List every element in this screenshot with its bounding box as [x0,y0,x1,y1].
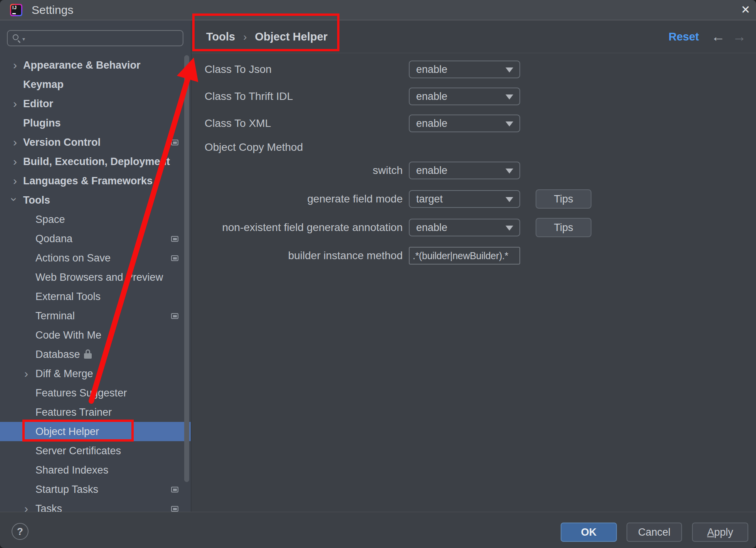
non-existent-field-annotation-tips-button[interactable]: Tips [536,218,591,237]
sidebar-item-features-trainer[interactable]: Features Trainer [0,403,192,422]
panel-icon [171,506,178,512]
ok-button[interactable]: OK [561,523,617,542]
class-to-json-dropdown[interactable]: enable [409,61,520,78]
window-title: Settings [32,0,73,20]
non-existent-field-annotation-dropdown[interactable]: enable [409,219,520,236]
sidebar-item-features-suggester[interactable]: Features Suggester [0,383,192,403]
switch-dropdown[interactable]: enable [409,162,520,179]
breadcrumb: Tools › Object Helper [206,20,328,53]
sidebar-item-build-execution-deployment[interactable]: ›Build, Execution, Deployment [0,152,192,171]
label-class-to-thrift-idl: Class To Thrift IDL [205,88,293,105]
label-switch: switch [181,162,403,179]
chevron-right-icon[interactable]: › [11,56,19,75]
generate-field-mode-dropdown[interactable]: target [409,190,520,208]
search-caret-icon: ▾ [22,36,25,42]
label-object-copy-method: Object Copy Method [205,138,303,156]
sidebar-item-shared-indexes[interactable]: Shared Indexes [0,460,192,480]
sidebar-item-plugins[interactable]: Plugins [0,113,192,133]
breadcrumb-separator-icon: › [243,31,247,43]
sidebar-divider [191,20,192,512]
sidebar-item-qodana[interactable]: Qodana [0,229,192,248]
sidebar-item-web-browsers-and-preview[interactable]: Web Browsers and Preview [0,268,192,287]
class-to-thrift-idl-dropdown[interactable]: enable [409,88,520,105]
sidebar-item-actions-on-save[interactable]: Actions on Save [0,248,192,268]
sidebar-item-diff-merge[interactable]: ›Diff & Merge [0,364,192,383]
chevron-down-icon [506,121,513,126]
chevron-right-icon[interactable]: › [22,499,30,512]
settings-sidebar: ▾ ›Appearance & Behavior Keymap ›Editor … [0,20,192,512]
sidebar-item-space[interactable]: Space [0,210,192,229]
help-button[interactable]: ? [12,523,29,540]
close-icon[interactable]: ✕ [735,0,756,20]
class-to-xml-dropdown[interactable]: enable [409,115,520,132]
chevron-down-icon [506,197,513,202]
label-generate-field-mode: generate field mode [181,190,403,208]
generate-field-mode-tips-button[interactable]: Tips [536,189,591,209]
sidebar-scrollbar[interactable] [184,55,189,482]
intellij-logo-icon: IJ [10,4,22,16]
search-box[interactable]: ▾ [7,30,183,46]
header-divider [192,53,756,53]
chevron-down-icon [506,169,513,174]
sidebar-item-tools[interactable]: ›Tools [0,191,192,210]
sidebar-item-editor[interactable]: ›Editor [0,94,192,113]
chevron-right-icon[interactable]: › [22,364,30,383]
search-input[interactable] [31,32,177,45]
sidebar-item-keymap[interactable]: Keymap [0,75,192,94]
sidebar-item-server-certificates[interactable]: Server Certificates [0,441,192,460]
sidebar-item-database[interactable]: Database [0,345,192,364]
sidebar-item-external-tools[interactable]: External Tools [0,287,192,306]
sidebar-item-languages-frameworks[interactable]: ›Languages & Frameworks [0,171,192,191]
chevron-right-icon[interactable]: › [11,133,19,152]
sidebar-item-object-helper[interactable]: Object Helper [0,422,192,441]
sidebar-item-version-control[interactable]: ›Version Control [0,133,192,152]
panel-icon [171,313,178,319]
label-builder-instance-method: builder instance method [181,247,403,265]
chevron-right-icon[interactable]: › [11,171,19,191]
chevron-right-icon[interactable]: › [11,94,19,113]
forward-arrow-icon: → [729,20,749,53]
label-non-existent-field-generate-annotation: non-existent field generate annotation [181,219,403,236]
sidebar-item-appearance-behavior[interactable]: ›Appearance & Behavior [0,56,192,75]
sidebar-item-tasks[interactable]: ›Tasks [0,499,192,512]
cancel-button[interactable]: Cancel [627,523,682,542]
chevron-down-icon [506,67,513,73]
reset-button[interactable]: Reset [669,20,699,53]
back-arrow-icon[interactable]: ← [708,20,728,53]
settings-dialog: IJ Settings ✕ ▾ ›Appearance & Behavior K… [0,0,756,548]
builder-instance-method-input[interactable] [409,247,520,265]
chevron-down-icon[interactable]: › [5,196,24,203]
breadcrumb-current: Object Helper [255,30,328,43]
chevron-right-icon[interactable]: › [11,152,19,171]
sidebar-item-code-with-me[interactable]: Code With Me [0,325,192,345]
sidebar-item-terminal[interactable]: Terminal [0,306,192,325]
lock-icon [84,349,92,359]
panel-icon [171,140,178,145]
label-class-to-xml: Class To XML [205,115,271,132]
panel-icon [171,236,178,242]
chevron-down-icon [506,226,513,231]
label-class-to-json: Class To Json [205,61,272,78]
apply-button[interactable]: Apply [692,523,748,542]
panel-icon [171,255,178,261]
footer-divider [0,512,756,512]
search-icon [13,34,18,40]
breadcrumb-parent[interactable]: Tools [206,30,235,43]
sidebar-item-startup-tasks[interactable]: Startup Tasks [0,480,192,499]
chevron-down-icon [506,94,513,99]
title-bar: IJ Settings ✕ [0,0,756,20]
panel-icon [171,487,178,492]
